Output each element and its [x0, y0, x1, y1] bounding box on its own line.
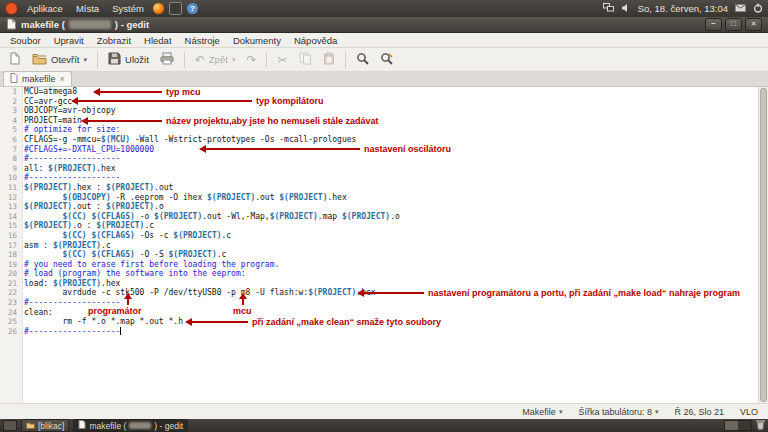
- cut-button[interactable]: ✂: [273, 52, 291, 68]
- code-line[interactable]: 9all: $(PROJECT).hex: [0, 164, 759, 174]
- code-line[interactable]: 2CC=avr-gcc: [0, 97, 759, 107]
- maximize-button[interactable]: □: [725, 18, 742, 31]
- code-line[interactable]: 7#CFLAGS+=-DXTAL_CPU=1000000: [0, 145, 759, 155]
- help-launcher-icon[interactable]: ?: [187, 3, 198, 14]
- window-title-right: ) - gedit: [115, 19, 149, 30]
- code-line[interactable]: 19# you need to erase first before loadi…: [0, 260, 759, 270]
- line-text: #CFLAGS+=-DXTAL_CPU=1000000: [22, 145, 154, 155]
- gedit-window-icon: [6, 18, 17, 32]
- show-desktop-icon[interactable]: [3, 420, 17, 431]
- menu-dokumenty[interactable]: Dokumenty: [227, 33, 287, 48]
- menu-hledat[interactable]: Hledat: [138, 33, 177, 48]
- toolbar-separator: [345, 52, 346, 68]
- code-line[interactable]: 4PROJECT=main: [0, 116, 759, 126]
- line-text: asm : $(PROJECT).c: [22, 241, 111, 251]
- network-icon[interactable]: [603, 3, 614, 14]
- scrollbar-thumb[interactable]: [760, 88, 767, 402]
- copy-button[interactable]: [295, 50, 316, 69]
- close-button[interactable]: ×: [745, 18, 762, 31]
- redo-button[interactable]: ↷: [242, 52, 260, 68]
- code-line[interactable]: 3OBJCOPY=avr-objcopy: [0, 106, 759, 116]
- replace-button[interactable]: [376, 50, 397, 69]
- line-number: 7: [0, 145, 22, 155]
- code-line[interactable]: 6CFLAGS=-g -mmcu=$(MCU) -Wall -Wstrict-p…: [0, 135, 759, 145]
- open-dropdown-icon[interactable]: ▾: [84, 56, 88, 64]
- code-line[interactable]: 12 $(OBJCOPY) -R .eeprom -O ihex $(PROJE…: [0, 193, 759, 203]
- undo-button[interactable]: ↶ Zpět ▾: [191, 52, 240, 68]
- new-document-button[interactable]: [4, 50, 25, 69]
- code-line[interactable]: 16 $(CC) $(CFLAGS) -Os -c $(PROJECT).c: [0, 231, 759, 241]
- panel-menu-system[interactable]: Systém: [108, 0, 148, 17]
- statusbar: Makefile ▾ Šířka tabulátoru: 8 ▾ Ř 26, S…: [0, 403, 768, 419]
- insert-mode-indicator: VLO: [740, 407, 758, 417]
- taskbar-title-redacted: [129, 422, 151, 429]
- menu-upravit[interactable]: Upravit: [48, 33, 90, 48]
- taskbar-window-blikac[interactable]: [blikac]: [21, 419, 69, 432]
- code-line[interactable]: 1MCU=atmega8: [0, 87, 759, 97]
- line-text: $(PROJECT).o : $(PROJECT).c: [22, 221, 154, 231]
- code-line[interactable]: 25 rm -f *.o *.map *.out *.h: [0, 317, 759, 327]
- line-number: 4: [0, 116, 22, 126]
- distro-logo-icon[interactable]: [5, 2, 18, 15]
- mail-icon[interactable]: [735, 3, 746, 14]
- line-text: clean:: [22, 308, 53, 318]
- print-icon: [160, 52, 174, 67]
- minimize-button[interactable]: −: [705, 18, 722, 31]
- find-button[interactable]: [352, 50, 373, 69]
- document-icon: [10, 73, 18, 85]
- panel-menu-applications[interactable]: Aplikace: [23, 0, 67, 17]
- code-line[interactable]: 24clean:: [0, 308, 759, 318]
- workspace-2[interactable]: [738, 421, 751, 430]
- code-line[interactable]: 5# optimize for size:: [0, 125, 759, 135]
- code-line[interactable]: 22 avrdude -c stk500 -P /dev/ttyUSB0 -p …: [0, 288, 759, 298]
- menu-soubor[interactable]: Soubor: [4, 33, 47, 48]
- line-number: 13: [0, 202, 22, 212]
- code-line[interactable]: 20# load (program) the software into the…: [0, 269, 759, 279]
- panel-menu-places[interactable]: Místa: [72, 0, 103, 17]
- code-line[interactable]: 8#-------------------: [0, 154, 759, 164]
- print-button[interactable]: [156, 50, 178, 69]
- panel-clock[interactable]: So, 18. červen, 13:04: [638, 3, 728, 14]
- menu-nastroje[interactable]: Nástroje: [179, 33, 226, 48]
- line-number: 5: [0, 125, 22, 135]
- line-number: 19: [0, 260, 22, 270]
- terminal-launcher-icon[interactable]: [169, 2, 182, 15]
- editor-area[interactable]: 1MCU=atmega82CC=avr-gcc3OBJCOPY=avr-objc…: [0, 87, 768, 403]
- menu-zobrazit[interactable]: Zobrazit: [91, 33, 137, 48]
- power-icon[interactable]: [753, 3, 763, 15]
- open-button[interactable]: Otevřít ▾: [28, 51, 91, 69]
- code-line[interactable]: 13$(PROJECT).out : $(PROJECT).o: [0, 202, 759, 212]
- trash-icon[interactable]: [756, 419, 765, 432]
- code-line[interactable]: 17asm : $(PROJECT).c: [0, 241, 759, 251]
- line-text: all: $(PROJECT).hex: [22, 164, 116, 174]
- taskbar-window-gedit[interactable]: makefile ( ) - gedit: [73, 419, 188, 432]
- code-line[interactable]: 15$(PROJECT).o : $(PROJECT).c: [0, 221, 759, 231]
- code-line[interactable]: 21load: $(PROJECT).hex: [0, 279, 759, 289]
- tab-close-icon[interactable]: ×: [60, 75, 65, 84]
- tab-makefile[interactable]: makefile ×: [3, 71, 72, 86]
- vertical-scrollbar[interactable]: [758, 87, 768, 403]
- tab-width-selector[interactable]: Šířka tabulátoru: 8 ▾: [578, 407, 658, 417]
- code-line[interactable]: 23#-------------------: [0, 298, 759, 308]
- language-selector[interactable]: Makefile ▾: [522, 407, 562, 417]
- code-line[interactable]: 18 $(CC) $(CFLAGS) -O -S $(PROJECT).c: [0, 250, 759, 260]
- line-text: $(CC) $(CFLAGS) -O -S $(PROJECT).c: [22, 250, 226, 260]
- volume-icon[interactable]: [621, 3, 631, 15]
- line-text: load: $(PROJECT).hex: [22, 279, 120, 289]
- code-line[interactable]: 26#-------------------: [0, 327, 759, 337]
- tab-width-label: Šířka tabulátoru: 8: [578, 407, 652, 417]
- toolbar-separator: [97, 52, 98, 68]
- line-number: 14: [0, 212, 22, 222]
- firefox-launcher-icon[interactable]: [153, 3, 164, 14]
- code-line[interactable]: 14 $(CC) $(CFLAGS) -o $(PROJECT).out -Wl…: [0, 212, 759, 222]
- save-button-label: Uložit: [125, 54, 149, 65]
- code-line[interactable]: 11$(PROJECT).hex : $(PROJECT).out: [0, 183, 759, 193]
- menu-napoveda[interactable]: Nápověda: [288, 33, 343, 48]
- workspace-1[interactable]: [725, 421, 738, 430]
- window-controls: − □ ×: [705, 18, 762, 31]
- save-button[interactable]: Uložit: [104, 50, 153, 69]
- code-lines[interactable]: 1MCU=atmega82CC=avr-gcc3OBJCOPY=avr-objc…: [0, 87, 759, 336]
- window-titlebar[interactable]: makefile ( ) - gedit − □ ×: [0, 17, 768, 33]
- paste-button[interactable]: [319, 50, 339, 69]
- code-line[interactable]: 10#-------------------: [0, 173, 759, 183]
